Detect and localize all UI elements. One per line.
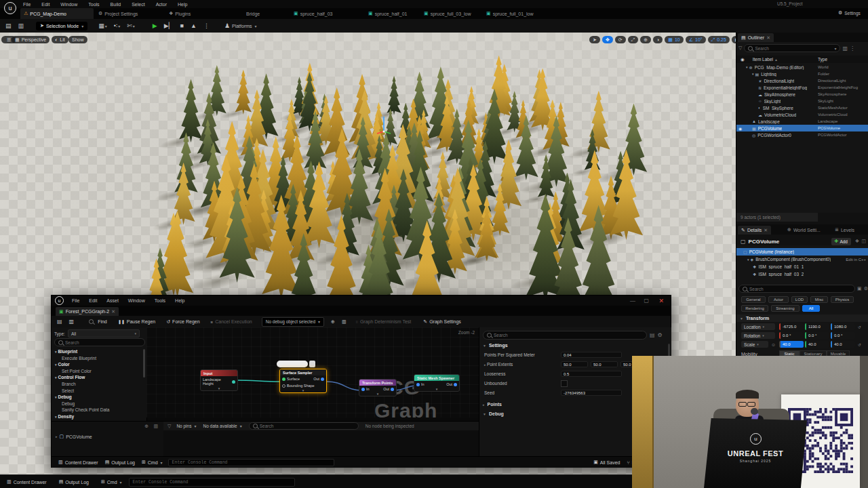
maximize-button[interactable]: ▢: [644, 298, 649, 304]
reset-scale-icon[interactable]: ↺: [858, 342, 861, 347]
palette-scrollbar[interactable]: [143, 349, 145, 378]
blueprint-icon[interactable]: ❖: [855, 239, 859, 244]
tab-plugins[interactable]: ❖Plugins: [165, 8, 201, 19]
scale-snap-toggle[interactable]: ⤢0.25: [708, 36, 730, 43]
menu-actor[interactable]: Actor: [156, 2, 167, 7]
tab-details[interactable]: ✎ Details ✕: [738, 226, 771, 235]
force-regen-button[interactable]: ↺Force Regen: [166, 319, 199, 325]
tab-project-settings[interactable]: ⚙Project Settings: [95, 8, 146, 19]
perspective-dropdown[interactable]: ▦ Perspective: [12, 36, 50, 43]
browse-icon[interactable]: ▥: [69, 319, 75, 325]
pcg-console-input[interactable]: Enter Console Command: [168, 459, 334, 466]
cmd-dropdown[interactable]: ⊞Cmd▾: [142, 460, 163, 465]
input-pin[interactable]: [361, 388, 365, 391]
tab-bridge[interactable]: Bridge: [243, 8, 274, 19]
tab-levels[interactable]: ≣Levels: [835, 227, 854, 232]
menu-tools[interactable]: Tools: [88, 2, 99, 7]
palette-item-color[interactable]: ▾ Color: [55, 361, 142, 367]
pcg-menu-help[interactable]: Help: [175, 298, 184, 303]
rotation-y-field[interactable]: 0.0 °: [805, 332, 829, 339]
reset-location-icon[interactable]: ↺: [858, 325, 861, 329]
location-y-field[interactable]: 1190.0: [805, 323, 829, 330]
outliner-settings-kebab-icon[interactable]: ⋮: [850, 45, 855, 52]
debug-object-dropdown[interactable]: No debug object selected ▾: [262, 317, 324, 327]
node-details-search-input[interactable]: Search: [483, 331, 647, 340]
extents-x-field[interactable]: 50.0: [561, 361, 588, 367]
filter-chip-streaming[interactable]: Streaming: [771, 305, 800, 312]
browse-debug-icon[interactable]: ▥: [342, 319, 347, 325]
select-tool-button[interactable]: ➤: [589, 36, 600, 43]
menu-help[interactable]: Help: [178, 2, 187, 7]
pause-regen-button[interactable]: ❚❚Pause Regen: [118, 319, 155, 324]
palette-search-input[interactable]: Search: [54, 338, 145, 346]
menu-build[interactable]: Build: [111, 2, 121, 7]
expander-icon[interactable]: ▾: [55, 395, 57, 399]
cinematics-icon[interactable]: ✄▾: [127, 22, 135, 29]
location-z-field[interactable]: 1080.0: [831, 323, 855, 330]
unbounded-checkbox[interactable]: [561, 380, 568, 387]
tab-spruce-full-03-low[interactable]: ▣spruce_full_03_low: [420, 8, 476, 19]
pins-dropdown[interactable]: No pins▾: [176, 424, 196, 428]
tab-spruce-full-01-low[interactable]: ▣spruce_full_01_low: [483, 8, 538, 19]
all-saved-button[interactable]: ▣All Saved: [593, 460, 620, 465]
input-pin[interactable]: [416, 383, 420, 386]
save-icon[interactable]: ▤: [57, 319, 62, 325]
palette-item-branch[interactable]: Branch: [55, 381, 147, 387]
graph-settings-button[interactable]: ✎Graph Settings: [423, 319, 461, 325]
rotation-snap-toggle[interactable]: ∠10°: [686, 36, 706, 43]
content-drawer-button[interactable]: ▥Content Drawer: [7, 479, 47, 485]
component-row-ism-spruce-half-01-1[interactable]: ❖ISM_spruce_half_01_1: [736, 263, 868, 270]
comment-toggle[interactable]: [309, 361, 315, 367]
gear-icon[interactable]: ⚙: [658, 332, 663, 338]
palette-item-select[interactable]: Select: [55, 388, 147, 394]
outliner-row-skyatmosphere[interactable]: ☁SkyAtmosphereSkyAtmosphere: [736, 91, 868, 98]
ppsm-field[interactable]: 0.04: [561, 352, 622, 358]
surface-input-pin[interactable]: [282, 378, 285, 381]
component-row-ism-spruce-half-03-2[interactable]: ❖ISM_spruce_half_03_2: [736, 270, 868, 278]
component-row-pcgvolume-instance-[interactable]: ▢PCGVolume (Instance): [736, 248, 868, 256]
filter-chip-all[interactable]: All: [802, 305, 820, 312]
pcg-menu-window[interactable]: Window: [128, 298, 145, 303]
collapse-chevron-icon[interactable]: ▾: [359, 392, 396, 396]
lit-dropdown[interactable]: ◐ Lit: [52, 36, 68, 43]
blueprints-icon[interactable]: •∶▾: [114, 22, 121, 29]
rotation-dropdown[interactable]: Rotation▾: [741, 332, 775, 339]
filter-icon[interactable]: ▽: [738, 45, 742, 51]
menu-edit[interactable]: Edit: [41, 2, 50, 7]
extents-y-field[interactable]: 50.0: [591, 361, 618, 367]
palette-item-blueprint[interactable]: ▾ Blueprint: [55, 348, 142, 354]
output-pin[interactable]: [232, 380, 235, 384]
find-button[interactable]: Find: [89, 319, 107, 324]
selection-mode-dropdown[interactable]: ➤ Selection Mode ▾: [36, 22, 87, 30]
minimize-button[interactable]: —: [630, 298, 635, 304]
bounding-shape-input-pin[interactable]: [282, 384, 285, 388]
outliner-row-exponentialheightfog[interactable]: ≋ExponentialHeightFogExponentialHeightFo…: [736, 84, 868, 91]
data-dropdown[interactable]: No data available▾: [203, 424, 241, 428]
collapse-chevron-icon[interactable]: ▾: [414, 388, 459, 391]
location-x-field[interactable]: -6725.0: [779, 323, 804, 330]
eject-button[interactable]: ▲: [191, 22, 197, 29]
cmd-dropdown[interactable]: ⊞Cmd▾: [101, 479, 122, 485]
outliner-row-pcgworldactor0[interactable]: ◎PCGWorldActor0PCGWorldActor: [736, 131, 868, 138]
move-gizmo[interactable]: [375, 114, 393, 134]
platforms-dropdown[interactable]: ♟ Platforms ▾: [224, 22, 257, 29]
grid-snap-toggle[interactable]: ▦10: [665, 36, 683, 43]
outliner-row-directionallight[interactable]: ☀DirectionalLightDirectionalLight: [736, 77, 868, 84]
scale-x-field[interactable]: 40.0: [779, 341, 804, 348]
move-tool-button[interactable]: ✥: [602, 36, 613, 43]
item-label-column[interactable]: Item Label: [753, 57, 773, 62]
pcg-graph-canvas[interactable]: Zoom -2 PCG Graph Input Landscape Height…: [146, 327, 479, 418]
expander-icon[interactable]: ▾: [752, 72, 754, 76]
add-actor-icon[interactable]: ▦▾: [98, 22, 107, 29]
close-icon[interactable]: ✕: [764, 228, 768, 233]
surface-snap-toggle[interactable]: ◑: [653, 36, 663, 43]
display-filter-icon[interactable]: ▣: [857, 286, 862, 291]
transform-section-header[interactable]: ▼ Transform: [736, 314, 868, 322]
play-button[interactable]: ▶: [153, 22, 157, 29]
output-log-button[interactable]: ▤Output Log: [105, 460, 135, 465]
expander-icon[interactable]: ▾: [55, 375, 57, 380]
node-surface-sampler[interactable]: Surface Sampler Surface Out Bounding Sha…: [279, 369, 327, 393]
seed-field[interactable]: -276349563: [561, 390, 622, 396]
tab-spruce-half-01[interactable]: ▣spruce_half_01: [365, 8, 414, 19]
close-icon[interactable]: ✕: [766, 35, 770, 41]
